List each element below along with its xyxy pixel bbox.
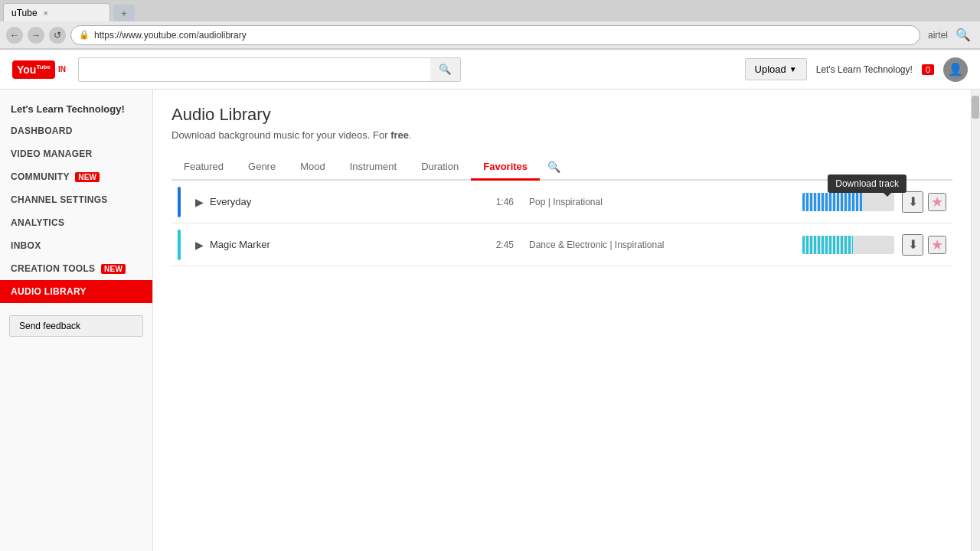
track-duration-everyday: 1:46 (475, 197, 514, 207)
play-button-everyday[interactable]: ▶ (188, 191, 210, 213)
free-text: free (390, 129, 409, 141)
tab-title: uTube (11, 8, 38, 18)
creation-tools-new-badge: NEW (101, 264, 126, 274)
track-genre-magic-marker: Dance & Electronic | Inspirational (514, 240, 795, 250)
table-row: ▶ Magic Marker 2:45 Dance & Electronic |… (172, 223, 952, 266)
sidebar-item-creation-tools[interactable]: CREATION TOOLS NEW (0, 257, 152, 280)
play-button-magic-marker[interactable]: ▶ (188, 234, 210, 256)
tabs-bar: Featured Genre Mood Instrument Duration … (172, 155, 952, 181)
track-actions-magic-marker: ⬇ ★ (902, 234, 946, 256)
tab-close-button[interactable]: × (44, 8, 48, 18)
send-feedback-button[interactable]: Send feedback (9, 315, 143, 337)
refresh-button[interactable]: ↺ (49, 27, 66, 44)
community-new-badge: NEW (75, 172, 100, 182)
track-waveform-everyday (802, 193, 894, 211)
tab-instrument[interactable]: Instrument (338, 155, 409, 181)
track-actions-everyday: ⬇ ★ (902, 191, 946, 213)
sidebar-item-video-manager[interactable]: VIDEO MANAGER (0, 142, 152, 165)
new-tab-button[interactable]: + (113, 5, 135, 21)
back-button[interactable]: ← (6, 27, 23, 44)
tab-featured[interactable]: Featured (172, 155, 236, 181)
tab-duration[interactable]: Duration (409, 155, 471, 181)
track-name-everyday: Everyday (210, 196, 475, 207)
table-row: ▶ Everyday 1:46 Pop | Inspirational ⬇ ★ … (172, 181, 952, 223)
upload-label: Upload (755, 64, 786, 75)
sidebar-item-dashboard[interactable]: DASHBOARD (0, 119, 152, 142)
page-title: Audio Library (172, 105, 952, 125)
url-text: https://www.youtube.com/audiolibrary (94, 30, 247, 41)
track-color-bar (178, 187, 181, 217)
upload-caret-icon: ▼ (789, 65, 797, 73)
tab-genre[interactable]: Genre (236, 155, 288, 181)
page-subtitle: Download background music for your video… (172, 129, 952, 141)
sidebar-item-analytics[interactable]: ANALYTICS (0, 211, 152, 234)
sidebar-item-community[interactable]: COMMUNITY NEW (0, 165, 152, 188)
youtube-header: YouTube IN 🔍 Upload ▼ Let's Learn Techno… (0, 50, 980, 90)
track-name-magic-marker: Magic Marker (210, 239, 475, 250)
search-button[interactable]: 🔍 (430, 57, 461, 82)
sidebar-channel-name[interactable]: Let's Learn Technology! (0, 96, 152, 119)
sidebar-feedback: Send feedback (9, 315, 143, 337)
track-list: ▶ Everyday 1:46 Pop | Inspirational ⬇ ★ … (172, 181, 952, 266)
main-content: Audio Library Download background music … (153, 90, 971, 551)
search-input[interactable] (78, 57, 430, 82)
forward-button[interactable]: → (28, 27, 44, 44)
tab-mood[interactable]: Mood (288, 155, 338, 181)
track-genre-everyday: Pop | Inspirational (514, 197, 795, 207)
search-icon: 🔍 (439, 64, 452, 75)
star-button-everyday[interactable]: ★ (928, 193, 946, 211)
sidebar-item-audio-library[interactable]: Audio Library (0, 280, 152, 303)
browser-tab[interactable]: uTube × (3, 3, 110, 21)
track-duration-magic-marker: 2:45 (475, 240, 514, 250)
track-color-bar (178, 230, 181, 260)
scrollbar-track[interactable] (971, 90, 980, 551)
tab-search-icon[interactable]: 🔍 (540, 155, 568, 179)
airtel-label: airtel (925, 27, 948, 44)
header-right: Upload ▼ Let's Learn Technology! 0 👤 (745, 57, 968, 82)
logo-in: IN (58, 65, 66, 73)
user-avatar[interactable]: 👤 (943, 57, 968, 82)
lock-icon: 🔒 (79, 30, 90, 40)
logo-icon: YouTube (12, 60, 55, 79)
star-button-magic-marker[interactable]: ★ (928, 236, 946, 254)
chrome-search-icon[interactable]: 🔍 (952, 28, 974, 42)
sidebar: Let's Learn Technology! DASHBOARD VIDEO … (0, 90, 153, 551)
search-bar: 🔍 (78, 57, 461, 82)
user-name[interactable]: Let's Learn Technology! (816, 64, 913, 75)
scrollbar-thumb[interactable] (972, 96, 979, 119)
upload-button[interactable]: Upload ▼ (745, 58, 807, 80)
sidebar-item-channel-settings[interactable]: CHANNEL SETTINGS (0, 188, 152, 211)
sidebar-item-inbox[interactable]: INBOX (0, 234, 152, 257)
download-button-everyday[interactable]: ⬇ (902, 191, 923, 213)
address-bar[interactable]: 🔒 https://www.youtube.com/audiolibrary (70, 25, 920, 45)
track-waveform-magic-marker (802, 236, 894, 254)
notification-count[interactable]: 0 (922, 64, 934, 75)
download-button-magic-marker[interactable]: ⬇ (902, 234, 923, 256)
youtube-logo[interactable]: YouTube IN (12, 60, 66, 79)
tab-favorites[interactable]: Favorites (471, 155, 540, 181)
